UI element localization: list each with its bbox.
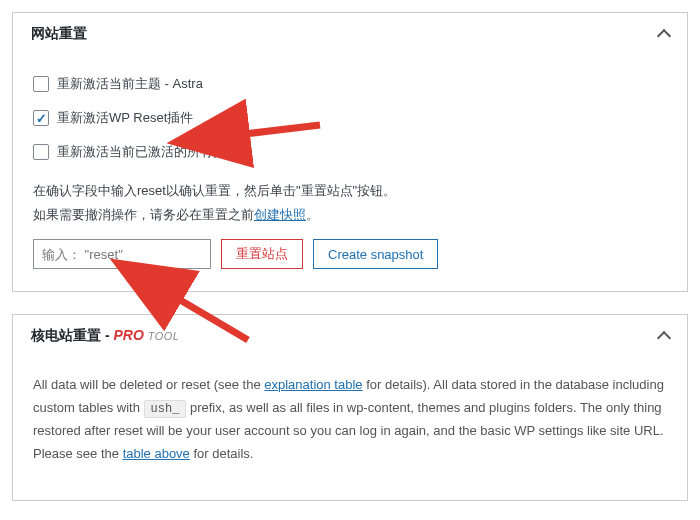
explanation-table-link[interactable]: explanation table — [264, 377, 362, 392]
reset-action-row: 重置站点 Create snapshot — [33, 239, 667, 269]
checkbox-row-plugins: 重新激活当前已激活的所有插件 — [33, 143, 667, 161]
checkbox-row-theme: 重新激活当前主题 - Astra — [33, 75, 667, 93]
checkbox-row-wpreset: 重新激活WP Reset插件 — [33, 109, 667, 127]
checkbox-reactivate-plugins-label: 重新激活当前已激活的所有插件 — [57, 143, 239, 161]
tool-label: TOOL — [148, 330, 180, 342]
pro-badge: PRO — [113, 327, 143, 343]
nuclear-text-d: for details. — [190, 446, 254, 461]
create-snapshot-button[interactable]: Create snapshot — [313, 239, 438, 269]
panel-nuclear-reset-body: All data will be deleted or reset (see t… — [13, 357, 687, 500]
panel-site-reset-body: 重新激活当前主题 - Astra 重新激活WP Reset插件 重新激活当前已激… — [13, 55, 687, 291]
checkbox-reactivate-theme[interactable] — [33, 76, 49, 92]
reset-description: 在确认字段中输入reset以确认重置，然后单击"重置站点"按钮。 如果需要撤消操… — [33, 179, 667, 227]
reset-confirm-input[interactable] — [33, 239, 211, 269]
nuclear-text-a: All data will be deleted or reset (see t… — [33, 377, 264, 392]
panel-site-reset-title: 网站重置 — [31, 25, 87, 43]
panel-nuclear-reset-header[interactable]: 核电站重置 - PRO TOOL — [13, 315, 687, 357]
checkbox-reactivate-theme-label: 重新激活当前主题 - Astra — [57, 75, 203, 93]
nuclear-description: All data will be deleted or reset (see t… — [33, 374, 667, 465]
desc-line2b: 。 — [306, 207, 319, 222]
chevron-up-icon — [657, 29, 671, 43]
reset-site-button[interactable]: 重置站点 — [221, 239, 303, 269]
nuclear-title-text: 核电站重置 — [31, 327, 101, 343]
create-snapshot-link[interactable]: 创建快照 — [254, 207, 306, 222]
checkbox-reactivate-plugins[interactable] — [33, 144, 49, 160]
checkbox-reactivate-wpreset-label: 重新激活WP Reset插件 — [57, 109, 193, 127]
panel-nuclear-reset: 核电站重置 - PRO TOOL All data will be delete… — [12, 314, 688, 501]
desc-line1: 在确认字段中输入reset以确认重置，然后单击"重置站点"按钮。 — [33, 183, 396, 198]
checkbox-reactivate-wpreset[interactable] — [33, 110, 49, 126]
chevron-up-icon — [657, 331, 671, 345]
db-prefix-code: ush_ — [144, 400, 187, 418]
panel-site-reset-header[interactable]: 网站重置 — [13, 13, 687, 55]
table-above-link[interactable]: table above — [123, 446, 190, 461]
desc-line2a: 如果需要撤消操作，请务必在重置之前 — [33, 207, 254, 222]
panel-nuclear-reset-title: 核电站重置 - PRO TOOL — [31, 327, 179, 345]
panel-site-reset: 网站重置 重新激活当前主题 - Astra 重新激活WP Reset插件 重新激… — [12, 12, 688, 292]
